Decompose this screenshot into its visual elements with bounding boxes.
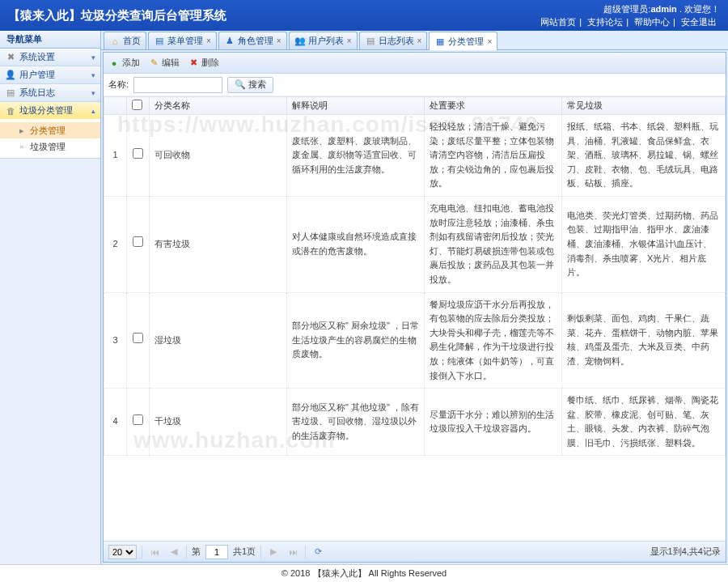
sidebar: 导航菜单 ✖ 系统设置 ▾ 👤 用户管理 ▾ ▤ 系统日志 — [0, 31, 101, 564]
cell-common: 剩饭剩菜、面包、鸡肉、干果仁、蔬菜、花卉、蛋糕饼干、动物内脏、苹果核、鸡蛋及蛋壳… — [562, 292, 726, 389]
app-header: 【猿来入此】垃圾分类查询后台管理系统 超级管理员:admin . 欢迎您！ 网站… — [0, 0, 728, 31]
home-icon: ⌂ — [109, 36, 121, 47]
chevron-up-icon: ▴ — [91, 107, 95, 115]
page-refresh-button[interactable]: ⟳ — [311, 545, 325, 559]
data-grid: 分类名称 解释说明 处置要求 常见垃圾 1可回收物废纸张、废塑料、废玻璃制品、废… — [104, 96, 726, 541]
footer: © 2018 【猿来入此】 All Rights Reserved — [0, 564, 728, 582]
log-icon: ▤ — [5, 87, 16, 99]
welcome-text: 超级管理员:admin . 欢迎您！ — [537, 2, 720, 16]
tab-menu[interactable]: ▤ 菜单管理 × — [148, 32, 217, 49]
cell-common: 报纸、纸箱、书本、纸袋、塑料瓶、玩具、油桶、乳液罐、食品保鲜盒、衣架、酒瓶、玻璃… — [562, 115, 726, 197]
search-icon: 🔍 — [235, 79, 246, 90]
table-row[interactable]: 4干垃圾部分地区又称" 其他垃圾" ，除有害垃圾、可回收物、湿垃圾以外的生活废弃… — [104, 389, 726, 456]
cell-name: 干垃圾 — [150, 389, 287, 456]
cell-desc: 部分地区又称" 其他垃圾" ，除有害垃圾、可回收物、湿垃圾以外的生活废弃物。 — [287, 389, 425, 456]
link-home[interactable]: 网站首页 — [540, 17, 576, 27]
cell-desc: 部分地区又称" 厨余垃圾" ，日常生活垃圾产生的容易腐烂的生物质废物。 — [287, 292, 425, 389]
table-row[interactable]: 2有害垃圾对人体健康或自然环境造成直接或潜在的危害废物。充电电池、纽扣电池、蓄电… — [104, 196, 726, 292]
chevron-down-icon: ▾ — [91, 89, 95, 97]
col-req[interactable]: 处置要求 — [425, 97, 562, 115]
close-icon[interactable]: × — [277, 36, 281, 45]
link-help[interactable]: 帮助中心 — [634, 17, 670, 27]
tab-category[interactable]: ▦ 分类管理 × — [429, 32, 497, 50]
cell-name: 有害垃圾 — [150, 196, 287, 292]
col-common[interactable]: 常见垃圾 — [562, 97, 726, 115]
add-button[interactable]: ● 添加 — [108, 57, 140, 69]
search-input[interactable] — [133, 77, 222, 93]
col-checkbox — [127, 97, 150, 115]
sidebar-group-system[interactable]: ✖ 系统设置 ▾ — [0, 49, 100, 66]
col-index — [104, 97, 127, 115]
cell-req: 充电电池、纽扣电池、蓄电池投放时应注意轻放；油漆桶、杀虫剂如有残留请密闭后投放；… — [425, 196, 562, 292]
close-icon[interactable]: × — [347, 36, 352, 45]
table-row[interactable]: 1可回收物废纸张、废塑料、废玻璃制品、废金属、废织物等适宜回收、可循环利用的生活… — [104, 115, 726, 197]
header-right: 超级管理员:admin . 欢迎您！ 网站首页| 支持论坛| 帮助中心| 安全退… — [537, 2, 720, 29]
page-next-button[interactable]: ▶ — [266, 545, 281, 559]
chevron-down-icon: ▾ — [91, 71, 95, 79]
cell-common: 餐巾纸、纸巾、纸尿裤、烟蒂、陶瓷花盆、胶带、橡皮泥、创可贴、笔、灰土、眼镜、头发… — [562, 389, 726, 456]
link-logout[interactable]: 安全退出 — [681, 17, 717, 27]
loglist-icon: ▤ — [365, 36, 376, 47]
sidebar-group-users[interactable]: 👤 用户管理 ▾ — [0, 66, 100, 83]
page-input[interactable] — [205, 545, 228, 559]
content-area: https://www.huzhan.com/ison_91749 www.hu… — [101, 31, 728, 564]
chevron-down-icon: ▾ — [91, 53, 95, 62]
tree-node-category[interactable]: ▸ 分类管理 — [0, 122, 100, 138]
row-checkbox[interactable] — [133, 148, 143, 159]
cell-checkbox — [127, 389, 150, 456]
cell-req: 尽量沥干水分；难以辨别的生活垃圾应投入干垃圾容器内。 — [425, 389, 562, 456]
cell-common: 电池类、荧光灯管类、过期药物、药品包装、过期指甲油、指甲水、废油漆桶、废油漆桶、… — [562, 196, 726, 292]
pager: 20 ⏮ ◀ 第 共1页 ▶ ⏭ ⟳ 显示1到4,共4记录 — [104, 541, 726, 562]
cell-index: 1 — [104, 115, 127, 197]
cell-index: 2 — [104, 196, 127, 292]
close-icon[interactable]: × — [206, 36, 211, 45]
tab-home[interactable]: ⌂ 首页 — [104, 32, 146, 49]
tree-node-garbage[interactable]: ▫ 垃圾管理 — [0, 138, 100, 155]
tab-users[interactable]: 👥 用户列表 × — [289, 32, 358, 49]
app-title: 【猿来入此】垃圾分类查询后台管理系统 — [8, 8, 226, 23]
sidebar-group-logs[interactable]: ▤ 系统日志 ▾ — [0, 84, 100, 101]
page-size-select[interactable]: 20 — [108, 545, 137, 559]
cell-desc: 对人体健康或自然环境造成直接或潜在的危害废物。 — [287, 196, 425, 292]
tab-strip: ⌂ 首页 ▤ 菜单管理 × ♟ 角色管理 × 👥 用户列表 × — [101, 31, 728, 50]
page-last-button[interactable]: ⏭ — [286, 545, 300, 559]
sidebar-group-trash[interactable]: 🗑 垃圾分类管理 ▴ — [0, 102, 100, 119]
pencil-icon: ✎ — [148, 57, 159, 69]
col-desc[interactable]: 解释说明 — [287, 97, 425, 115]
cell-name: 湿垃圾 — [150, 292, 287, 389]
table-header-row: 分类名称 解释说明 处置要求 常见垃圾 — [104, 97, 726, 115]
user-icon: 👤 — [5, 70, 16, 81]
tab-loglist[interactable]: ▤ 日志列表 × — [359, 32, 428, 49]
link-forum[interactable]: 支持论坛 — [587, 17, 623, 27]
pager-info: 显示1到4,共4记录 — [650, 546, 721, 558]
row-checkbox[interactable] — [133, 333, 143, 343]
search-row: 名称: 🔍 搜索 — [104, 74, 726, 96]
file-icon: ▫ — [16, 142, 28, 151]
page-prev-button[interactable]: ◀ — [167, 545, 181, 559]
row-checkbox[interactable] — [133, 236, 143, 247]
cell-req: 轻投轻放；清洁干燥、避免污染；废纸尽量平整；立体包装物请清空内容物，清洁后压扁投… — [425, 115, 562, 197]
menu-icon: ▤ — [154, 36, 165, 47]
search-button[interactable]: 🔍 搜索 — [227, 77, 273, 93]
close-icon[interactable]: × — [417, 36, 422, 45]
tab-role[interactable]: ♟ 角色管理 × — [218, 32, 287, 49]
category-icon: ▦ — [434, 36, 446, 47]
edit-button[interactable]: ✎ 编辑 — [148, 57, 180, 69]
delete-button[interactable]: ✖ 删除 — [188, 57, 219, 69]
cell-name: 可回收物 — [150, 115, 287, 197]
search-label: 名称: — [108, 79, 129, 91]
cell-checkbox — [127, 292, 150, 389]
cell-index: 3 — [104, 292, 127, 389]
row-checkbox[interactable] — [133, 414, 143, 425]
users-icon: 👥 — [294, 36, 306, 47]
close-icon[interactable]: × — [487, 37, 492, 46]
table-row[interactable]: 3湿垃圾部分地区又称" 厨余垃圾" ，日常生活垃圾产生的容易腐烂的生物质废物。餐… — [104, 292, 726, 389]
delete-icon: ✖ — [188, 57, 199, 69]
cell-desc: 废纸张、废塑料、废玻璃制品、废金属、废织物等适宜回收、可循环利用的生活废弃物。 — [287, 115, 425, 197]
col-name[interactable]: 分类名称 — [150, 97, 287, 115]
role-icon: ♟ — [224, 36, 235, 47]
page-first-button[interactable]: ⏮ — [147, 545, 162, 559]
cell-checkbox — [127, 196, 150, 292]
checkbox-all[interactable] — [132, 100, 142, 110]
trash-icon: 🗑 — [5, 105, 16, 117]
